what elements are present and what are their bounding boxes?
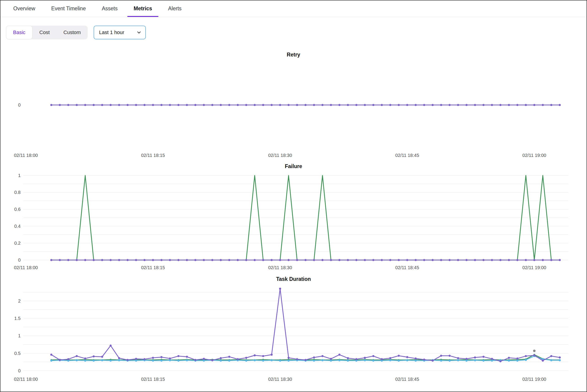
retry-chart-section: Retry 002/11 18:0002/11 18:1502/11 18:30… <box>1 51 586 159</box>
svg-text:02/11 18:45: 02/11 18:45 <box>395 153 419 158</box>
svg-text:1.5: 1.5 <box>14 316 21 321</box>
task-duration-chart-section: Task Duration 00.511.5202/11 18:0002/11 … <box>1 275 586 386</box>
time-range-select[interactable]: Last 1 hour <box>94 26 146 39</box>
segment-cost[interactable]: Cost <box>33 26 57 39</box>
retry-chart-title: Retry <box>1 51 586 58</box>
svg-text:0.2: 0.2 <box>14 240 21 246</box>
time-range-value: Last 1 hour <box>99 30 124 36</box>
svg-text:02/11 18:45: 02/11 18:45 <box>395 265 419 270</box>
segment-custom[interactable]: Custom <box>57 26 88 39</box>
tab-metrics[interactable]: Metrics <box>127 0 159 17</box>
svg-text:02/11 18:00: 02/11 18:00 <box>14 153 38 158</box>
svg-text:02/11 19:00: 02/11 19:00 <box>522 153 546 158</box>
task-duration-chart-title: Task Duration <box>1 275 586 283</box>
svg-text:0.5: 0.5 <box>14 351 21 356</box>
svg-text:0.8: 0.8 <box>14 190 21 195</box>
svg-text:0.4: 0.4 <box>14 224 21 229</box>
metrics-controls: Basic Cost Custom Last 1 hour <box>6 26 586 39</box>
retry-chart[interactable]: 002/11 18:0002/11 18:1502/11 18:3002/11 … <box>1 58 587 159</box>
tab-alerts[interactable]: Alerts <box>162 0 188 17</box>
segment-basic[interactable]: Basic <box>6 26 33 39</box>
task-duration-chart[interactable]: 00.511.5202/11 18:0002/11 18:1502/11 18:… <box>1 283 587 386</box>
svg-text:02/11 18:30: 02/11 18:30 <box>268 377 292 382</box>
failure-chart-section: Failure 00.20.40.60.8102/11 18:0002/11 1… <box>1 162 586 272</box>
svg-text:2: 2 <box>18 298 21 304</box>
svg-text:0: 0 <box>18 258 21 262</box>
svg-text:02/11 18:45: 02/11 18:45 <box>395 377 419 382</box>
svg-text:02/11 18:30: 02/11 18:30 <box>268 153 292 158</box>
svg-text:02/11 18:30: 02/11 18:30 <box>268 265 292 270</box>
tab-overview[interactable]: Overview <box>7 0 42 17</box>
svg-text:02/11 18:00: 02/11 18:00 <box>14 265 38 270</box>
tab-assets[interactable]: Assets <box>96 0 124 17</box>
tab-event-timeline[interactable]: Event Timeline <box>45 0 92 17</box>
metrics-page: { "tabs": { "items": [ {"label": "Overvi… <box>0 0 587 392</box>
chevron-down-icon <box>136 30 142 35</box>
svg-text:1: 1 <box>18 333 21 338</box>
svg-text:1: 1 <box>18 173 21 178</box>
failure-chart-title: Failure <box>1 162 586 170</box>
svg-text:0: 0 <box>18 368 21 373</box>
svg-text:0.6: 0.6 <box>14 207 21 212</box>
svg-text:02/11 18:15: 02/11 18:15 <box>141 377 165 382</box>
svg-text:02/11 18:15: 02/11 18:15 <box>141 153 165 158</box>
svg-text:0: 0 <box>18 102 21 108</box>
svg-text:02/11 19:00: 02/11 19:00 <box>522 377 546 382</box>
svg-text:02/11 18:15: 02/11 18:15 <box>141 265 165 270</box>
failure-chart[interactable]: 00.20.40.60.8102/11 18:0002/11 18:1502/1… <box>1 170 587 272</box>
svg-text:02/11 19:00: 02/11 19:00 <box>522 265 546 270</box>
metrics-view-segmented-control: Basic Cost Custom <box>6 26 88 39</box>
svg-text:02/11 18:00: 02/11 18:00 <box>14 377 38 382</box>
tab-bar: Overview Event Timeline Assets Metrics A… <box>1 0 586 17</box>
